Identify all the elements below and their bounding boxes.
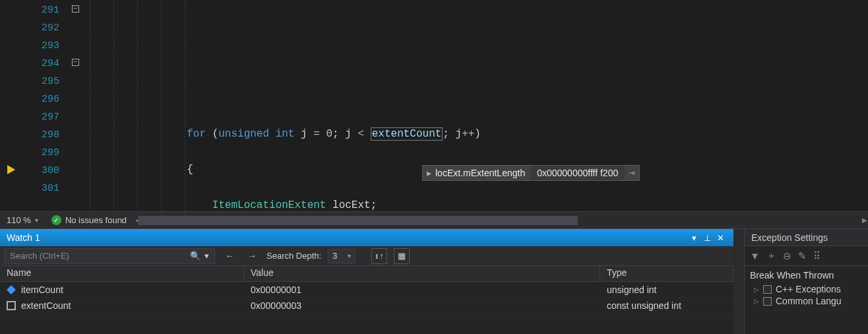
scroll-right-icon[interactable]: ▶ [860,216,868,225]
column-type[interactable]: Type [600,266,733,281]
variable-icon [7,301,16,310]
window-dropdown-icon[interactable]: ▾ [687,233,700,243]
line-number: 293 [26,37,59,55]
fold-toggle-icon[interactable]: − [72,59,79,66]
datatip-value: 0x00000000ffff f200 [530,166,625,180]
chevron-right-icon[interactable]: ▷ [754,298,759,305]
search-placeholder: Search (Ctrl+E) [10,251,69,261]
break-when-thrown-header: Break When Thrown [750,270,863,281]
nav-forward-icon[interactable]: → [244,248,260,264]
column-value[interactable]: Value [244,266,600,281]
line-number: 294 [26,55,59,73]
fold-toggle-icon[interactable]: − [72,5,79,13]
search-input[interactable]: Search (Ctrl+E) 🔍 ▾ [4,248,215,264]
filter-icon[interactable]: ⫾↑ [371,248,387,264]
exception-label: Common Langu [776,296,842,306]
nav-back-icon[interactable]: ← [222,248,237,264]
settings-icon[interactable]: ⠿ [813,250,821,262]
exception-checkbox[interactable] [763,285,772,294]
watch-type: const unsigned int [600,299,733,312]
pin-icon[interactable]: ⇥ [625,164,639,182]
code-line[interactable]: for (unsigned int j = 0; j < extentCount… [84,125,868,143]
edit-icon[interactable]: ✎ [798,250,807,262]
watch-name: itemCount [21,284,63,295]
no-issues-label: No issues found [65,215,127,225]
watch-row[interactable]: itemCount 0x00000001 unsigned int [0,282,733,298]
add-icon[interactable]: ＋ [766,250,776,262]
exception-settings-panel: Exception Settings ▼ ＋ ⊖ ✎ ⠿ Break When … [744,229,868,334]
current-line-arrow-icon [7,165,15,174]
line-number: 296 [26,90,59,108]
debug-datatip[interactable]: ▸ locExt.mExtentLength 0x00000000ffff f2… [422,165,640,181]
vertical-scrollbar[interactable] [733,229,744,334]
column-name[interactable]: Name [0,266,244,281]
glyph-margin[interactable] [0,0,26,211]
code-line[interactable]: ItemLocationExtent locExt; [84,197,868,211]
chevron-right-icon[interactable]: ▷ [754,286,759,293]
checkmark-icon: ✓ [51,215,61,225]
line-number: 297 [26,108,59,126]
scroll-thumb[interactable] [138,216,578,225]
exception-title: Exception Settings [751,232,828,243]
datatip-expression: locExt.mExtentLength [435,164,530,182]
fold-gutter[interactable]: − − [66,0,84,211]
line-number-gutter: 291 292 293 294 295 296 297 298 299 300 … [26,0,66,211]
exception-toolbar: ▼ ＋ ⊖ ✎ ⠿ [745,246,868,266]
dropdown-icon[interactable]: ▾ [348,252,351,259]
line-number: 298 [26,126,59,144]
line-number: 295 [26,73,59,90]
horizontal-scrollbar[interactable]: ◀ ▶ [135,216,868,225]
filter-icon[interactable]: ▼ [750,250,760,261]
variable-icon [7,285,16,294]
watch-row[interactable]: extentCount 0x00000003 const unsigned in… [0,298,733,314]
watch-panel: Watch 1 ▾ ⊥ ✕ Search (Ctrl+E) 🔍 ▾ ← → Se… [0,229,733,334]
line-number: 299 [26,144,59,162]
exception-title-bar[interactable]: Exception Settings [745,229,868,246]
search-depth-input[interactable]: 3 ▾ [328,249,356,263]
zoom-value: 110 % [7,215,31,225]
code-body[interactable]: for (unsigned int j = 0; j < extentCount… [84,0,868,211]
watch-columns-header[interactable]: Name Value Type [0,266,733,282]
watch-rows: itemCount 0x00000001 unsigned int extent… [0,282,733,314]
watch-toolbar: Search (Ctrl+E) 🔍 ▾ ← → Search Depth: 3 … [0,246,733,266]
watch-type: unsigned int [600,283,733,296]
view-icon[interactable]: ▦ [394,248,410,264]
close-icon[interactable]: ✕ [714,233,727,243]
watch-name: extentCount [21,300,71,311]
line-number: 301 [26,180,59,197]
pin-icon[interactable]: ⊥ [700,233,714,243]
exception-category-row[interactable]: ▷ C++ Exceptions [750,283,863,295]
line-number: 292 [26,19,59,37]
watch-title: Watch 1 [7,232,687,243]
search-depth-label: Search Depth: [266,251,321,261]
watch-title-bar[interactable]: Watch 1 ▾ ⊥ ✕ [0,229,733,246]
exception-category-row[interactable]: ▷ Common Langu [750,295,863,307]
expand-icon[interactable]: ▸ [423,164,435,182]
line-number: 291 [26,1,59,19]
search-depth-value: 3 [332,251,337,261]
line-number: 300 [26,162,59,180]
exception-label: C++ Exceptions [776,284,841,294]
dropdown-icon[interactable]: ▾ [204,251,209,261]
zoom-dropdown[interactable]: 110 % [0,215,45,225]
watch-value[interactable]: 0x00000001 [244,283,600,296]
remove-icon[interactable]: ⊖ [783,250,791,262]
editor-status-bar: 110 % ✓ No issues found ◀ ▶ [0,211,868,228]
search-icon[interactable]: 🔍 [190,251,201,261]
exception-checkbox[interactable] [763,297,772,306]
watch-value[interactable]: 0x00000003 [244,299,600,312]
code-editor[interactable]: 291 292 293 294 295 296 297 298 299 300 … [0,0,868,211]
